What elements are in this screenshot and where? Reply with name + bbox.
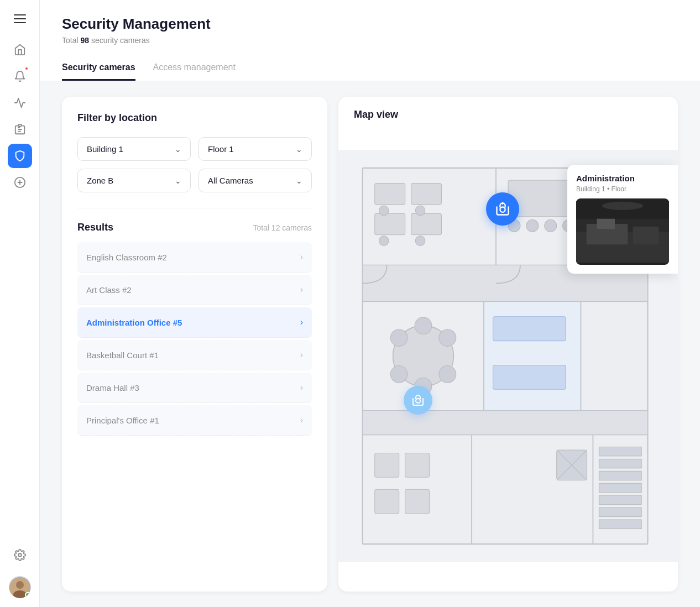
filter-grid: Building 1 ⌄ Floor 1 ⌄ Zone B ⌄ All Came… (77, 137, 312, 192)
svg-point-26 (379, 206, 389, 216)
svg-point-39 (390, 366, 408, 383)
svg-point-62 (416, 399, 420, 403)
subtitle-count: 98 (80, 36, 89, 45)
camera-chevron-icon: › (300, 317, 303, 327)
camera-type-chevron-icon: ⌄ (296, 176, 302, 185)
notification-badge (24, 66, 29, 71)
zone-chevron-icon: ⌄ (175, 176, 181, 185)
info-card-title: Administration (576, 174, 669, 183)
camera-chevron-icon: › (300, 383, 303, 393)
svg-rect-22 (375, 184, 405, 205)
svg-point-43 (439, 366, 456, 383)
camera-list-item[interactable]: Principal's Office #1› (77, 405, 312, 436)
svg-rect-48 (375, 489, 399, 514)
svg-point-60 (500, 207, 505, 212)
zone-value: Zone B (87, 176, 113, 185)
svg-point-38 (390, 329, 408, 347)
filter-title: Filter by location (77, 112, 312, 124)
camera-chevron-icon: › (300, 415, 303, 425)
camera-pin-primary[interactable] (486, 192, 519, 226)
floor-select[interactable]: Floor 1 ⌄ (198, 137, 312, 161)
camera-chevron-icon: › (300, 252, 303, 262)
sidebar-item-notifications[interactable] (8, 64, 32, 88)
tabs-container: Security cameras Access management (62, 56, 678, 81)
svg-rect-59 (599, 520, 641, 528)
svg-rect-58 (599, 507, 641, 516)
camera-info-card: Administration Building 1 • Floor (567, 165, 678, 274)
map-title: Map view (338, 97, 678, 121)
svg-point-70 (602, 202, 644, 210)
svg-rect-44 (493, 317, 566, 341)
svg-rect-49 (405, 489, 430, 514)
info-card-subtitle: Building 1 • Floor (576, 185, 669, 193)
sidebar-item-security[interactable] (8, 144, 32, 168)
camera-icon-secondary (411, 394, 425, 407)
sidebar-item-settings[interactable] (8, 543, 32, 567)
camera-list-item[interactable]: English Classroom #2› (77, 242, 312, 273)
user-avatar[interactable] (9, 576, 31, 598)
camera-name-label: Basketball Court #1 (86, 350, 159, 360)
camera-name-label: Art Class #2 (86, 285, 132, 295)
svg-rect-53 (599, 447, 641, 456)
camera-name-label: English Classroom #2 (86, 253, 167, 262)
results-header: Results Total 12 cameras (77, 222, 312, 233)
floor-chevron-icon: ⌄ (296, 145, 302, 154)
page-header: Security Management Total 98 security ca… (40, 0, 700, 81)
camera-name-label: Administration Office #5 (86, 318, 182, 327)
camera-list-item[interactable]: Basketball Court #1› (77, 340, 312, 370)
svg-rect-57 (599, 495, 641, 504)
svg-point-33 (545, 219, 557, 232)
svg-rect-17 (581, 301, 648, 410)
page-subtitle: Total 98 security cameras (62, 36, 678, 45)
svg-rect-68 (602, 229, 610, 232)
divider (77, 208, 312, 208)
online-status-dot (25, 592, 30, 598)
sidebar-item-billing[interactable] (8, 170, 32, 195)
svg-rect-54 (599, 459, 641, 468)
tab-access-management[interactable]: Access management (153, 56, 236, 81)
tab-security-cameras[interactable]: Security cameras (62, 56, 135, 81)
svg-point-27 (415, 206, 425, 216)
svg-point-6 (18, 553, 22, 557)
hamburger-button[interactable] (10, 9, 30, 29)
svg-point-29 (415, 236, 425, 246)
sidebar-item-monitor[interactable] (8, 91, 32, 115)
svg-point-8 (16, 581, 24, 589)
svg-rect-23 (411, 184, 442, 205)
floor-value: Floor 1 (208, 144, 234, 154)
camera-icon-primary (495, 201, 510, 217)
svg-point-28 (379, 236, 389, 246)
svg-rect-56 (599, 483, 641, 492)
svg-rect-66 (633, 227, 659, 245)
camera-list-item[interactable]: Drama Hall #3› (77, 373, 312, 403)
camera-pin-secondary[interactable] (404, 386, 432, 415)
sidebar-item-tasks[interactable] (8, 117, 32, 142)
camera-list-item[interactable]: Administration Office #5› (77, 307, 312, 338)
content-area: Filter by location Building 1 ⌄ Floor 1 … (40, 81, 700, 607)
svg-rect-55 (599, 471, 641, 480)
camera-name-label: Principal's Office #1 (86, 416, 159, 425)
svg-point-42 (439, 329, 456, 347)
camera-chevron-icon: › (300, 285, 303, 295)
svg-rect-25 (411, 213, 442, 234)
map-container[interactable]: Administration Building 1 • Floor (338, 121, 678, 592)
map-panel: Map view (338, 97, 678, 592)
svg-point-32 (526, 219, 539, 232)
sidebar-item-home[interactable] (8, 38, 32, 62)
camera-list: English Classroom #2›Art Class #2›Admini… (77, 242, 312, 576)
results-count: Total 12 cameras (253, 223, 312, 232)
svg-rect-47 (405, 453, 430, 477)
zone-select[interactable]: Zone B ⌄ (77, 169, 191, 192)
svg-rect-0 (18, 124, 22, 127)
main-content: Security Management Total 98 security ca… (40, 0, 700, 607)
camera-feed-preview[interactable] (576, 198, 669, 265)
svg-rect-24 (375, 213, 405, 234)
svg-rect-46 (375, 453, 399, 477)
camera-list-item[interactable]: Art Class #2› (77, 275, 312, 305)
camera-type-value: All Cameras (208, 176, 253, 185)
camera-name-label: Drama Hall #3 (86, 383, 139, 393)
svg-rect-45 (493, 365, 566, 389)
building-select[interactable]: Building 1 ⌄ (77, 137, 191, 161)
results-title: Results (77, 222, 113, 233)
camera-type-select[interactable]: All Cameras ⌄ (198, 169, 312, 192)
